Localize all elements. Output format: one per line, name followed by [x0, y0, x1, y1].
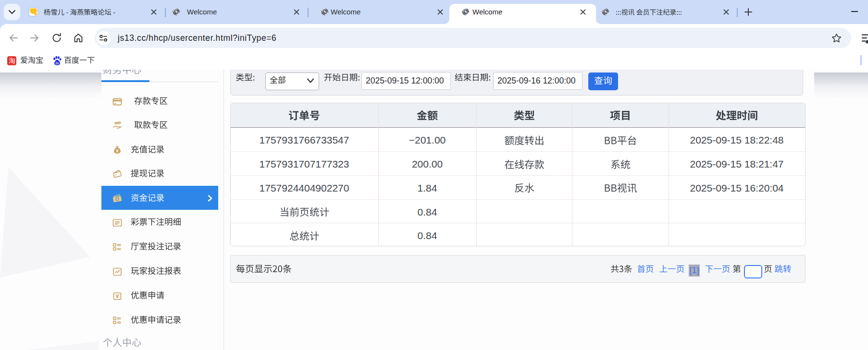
svg-text:du: du: [55, 61, 59, 65]
